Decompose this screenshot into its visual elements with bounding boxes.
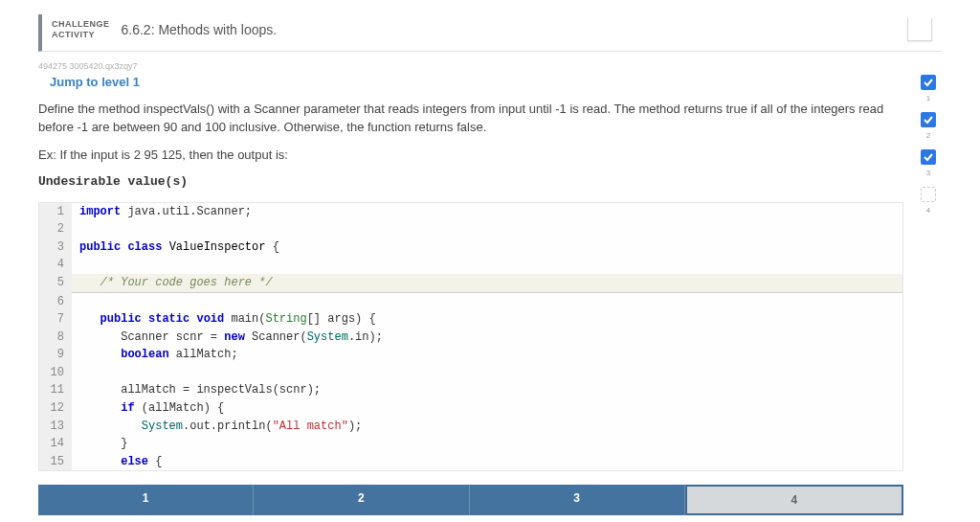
activity-type-label: CHALLENGE ACTIVITY: [52, 19, 110, 40]
code-content[interactable]: boolean allMatch;: [72, 346, 238, 364]
line-number: 6: [39, 293, 72, 311]
problem-description-2: Ex: If the input is 2 95 125, then the o…: [38, 147, 903, 165]
code-content[interactable]: allMatch = inspectVals(scnr);: [72, 381, 321, 399]
step-number: 3: [926, 169, 930, 177]
code-content[interactable]: else {: [72, 453, 162, 471]
code-content[interactable]: if (allMatch) {: [72, 399, 224, 418]
step-tab-3[interactable]: 3: [470, 485, 685, 515]
activity-type-line2: ACTIVITY: [52, 30, 110, 40]
progress-sidebar: 1234: [915, 75, 942, 522]
line-number: 10: [39, 364, 72, 382]
code-content[interactable]: [72, 364, 79, 382]
code-line[interactable]: 11 allMatch = inspectVals(scnr);: [39, 381, 902, 399]
line-number: 1: [39, 203, 72, 221]
code-line[interactable]: 12 if (allMatch) {: [39, 399, 902, 418]
activity-title: 6.6.2: Methods with loops.: [122, 22, 278, 37]
jump-to-level-link[interactable]: Jump to level 1: [50, 75, 140, 89]
code-content[interactable]: /* Your code goes here */: [72, 274, 902, 293]
line-number: 12: [39, 399, 72, 418]
code-line[interactable]: 8 Scanner scnr = new Scanner(System.in);: [39, 329, 902, 347]
checkmark-icon[interactable]: [921, 75, 936, 90]
code-line[interactable]: 10: [39, 364, 902, 382]
step-tabs: 1234: [38, 485, 903, 515]
line-number: 11: [39, 381, 72, 399]
line-number: 3: [39, 238, 72, 257]
code-line[interactable]: 13 System.out.println("All match");: [39, 418, 902, 436]
step-number: 2: [926, 131, 930, 140]
activity-type-line1: CHALLENGE: [52, 19, 110, 30]
code-content[interactable]: [72, 293, 79, 311]
code-line[interactable]: 15 else {: [39, 453, 902, 471]
code-line[interactable]: 9 boolean allMatch;: [39, 346, 902, 364]
code-line[interactable]: 4: [39, 256, 902, 274]
line-number: 9: [39, 346, 72, 364]
line-number: 5: [39, 274, 72, 293]
problem-description-1: Define the method inspectVals() with a S…: [38, 101, 903, 137]
line-number: 7: [39, 310, 72, 329]
line-number: 14: [39, 435, 72, 453]
code-line[interactable]: 1import java.util.Scanner;: [39, 203, 902, 221]
step-tab-4[interactable]: 4: [685, 485, 903, 515]
step-tab-1[interactable]: 1: [38, 485, 254, 515]
code-line[interactable]: 7 public static void main(String[] args)…: [39, 310, 902, 329]
code-line[interactable]: 5 /* Your code goes here */: [39, 274, 902, 293]
code-content[interactable]: System.out.println("All match");: [72, 418, 362, 436]
code-content[interactable]: public class ValueInspector {: [72, 238, 279, 257]
line-number: 4: [39, 256, 72, 274]
checkmark-icon[interactable]: [921, 112, 936, 127]
line-number: 13: [39, 418, 72, 436]
line-number: 15: [39, 453, 72, 471]
question-id: 494275 3005420.qx3zqy7: [38, 61, 942, 71]
code-line[interactable]: 2: [39, 220, 902, 238]
line-number: 8: [39, 329, 72, 347]
code-content[interactable]: import java.util.Scanner;: [72, 203, 252, 221]
empty-step-icon[interactable]: [921, 187, 936, 202]
sample-output: Undesirable value(s): [38, 174, 903, 189]
code-line[interactable]: 14 }: [39, 435, 902, 453]
code-line[interactable]: 6: [39, 293, 902, 311]
code-content[interactable]: Scanner scnr = new Scanner(System.in);: [72, 329, 383, 347]
code-line[interactable]: 3public class ValueInspector {: [39, 238, 902, 257]
activity-header: CHALLENGE ACTIVITY 6.6.2: Methods with l…: [38, 14, 942, 52]
code-content[interactable]: public static void main(String[] args) {: [72, 310, 376, 329]
code-content[interactable]: [72, 256, 79, 274]
code-content[interactable]: [72, 220, 79, 238]
code-editor[interactable]: 1import java.util.Scanner;23public class…: [38, 202, 903, 472]
dogear-icon[interactable]: [907, 18, 932, 41]
step-tab-2[interactable]: 2: [254, 485, 469, 515]
step-number: 4: [926, 206, 930, 215]
step-number: 1: [926, 94, 930, 102]
checkmark-icon[interactable]: [921, 149, 936, 165]
code-content[interactable]: }: [72, 435, 127, 453]
line-number: 2: [39, 220, 72, 238]
